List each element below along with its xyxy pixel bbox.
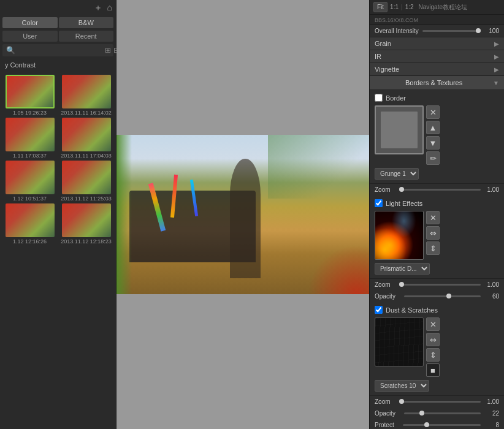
contrast-label: y Contrast <box>0 58 116 72</box>
thumbnail-grid: 1.05 19:26:23 2013.11.11 16:14:02 1.11 1… <box>0 72 116 429</box>
border-down-btn[interactable]: ▼ <box>426 136 440 150</box>
border-zoom-slider[interactable] <box>399 189 481 191</box>
dust-arrows-btn[interactable]: ⇔ <box>426 333 440 346</box>
intensity-value: 100 <box>484 28 499 34</box>
light-arrows-btn[interactable]: ⇔ <box>426 226 440 240</box>
thumb-label-7: 1.12 12:16:26 <box>13 238 47 245</box>
border-dropdown-row: Grunge 1 <box>375 168 499 180</box>
scratches-dropdown[interactable]: Scratches 10 <box>375 380 429 392</box>
thumb-item-4[interactable]: 2013.11.11 17:04:03 <box>59 118 113 159</box>
thumb-image-4[interactable] <box>62 118 111 151</box>
ir-arrow-icon: ▶ <box>494 53 499 60</box>
vignette-section-btn[interactable]: Vignette ▶ <box>370 63 504 76</box>
thumb-item-6[interactable]: 2013.11.12 11:25:03 <box>59 161 113 202</box>
thumb-label-4: 2013.11.11 17:04:03 <box>61 153 112 159</box>
thumb-image-7[interactable] <box>6 203 55 237</box>
search-icon: 🔍 <box>6 46 15 55</box>
search-input[interactable] <box>18 47 102 54</box>
grid-view-icon[interactable]: ⊞ <box>105 46 111 55</box>
borders-textures-header[interactable]: Borders & Textures ▼ <box>370 76 504 90</box>
dust-close-btn[interactable]: ✕ <box>426 317 440 331</box>
intensity-row: Overall Intensity 100 <box>370 25 504 37</box>
thumb-image-6[interactable] <box>62 161 111 194</box>
dust-scratches-checkbox[interactable] <box>375 306 383 314</box>
home-icon[interactable]: ⌂ <box>107 2 112 13</box>
dust-scratches-label: Dust & Scratches <box>386 306 438 314</box>
protect-section: Protect 8 Protect Location ⊙ <box>370 419 504 429</box>
grain-arrow-icon: ▶ <box>494 40 499 47</box>
border-zoom-thumb[interactable] <box>399 187 404 192</box>
dust-opacity-row: Opacity 22 <box>370 408 504 419</box>
border-preview-inner <box>381 112 418 148</box>
dust-check-row: Dust & Scratches <box>375 306 499 314</box>
ir-section-btn[interactable]: IR ▶ <box>370 50 504 63</box>
color-bw-tabs: Color B&W <box>0 16 116 29</box>
vignette-arrow-icon: ▶ <box>494 66 499 73</box>
light-opacity-thumb[interactable] <box>446 294 451 298</box>
intensity-thumb[interactable] <box>476 28 481 33</box>
dust-zoom-thumb[interactable] <box>399 399 404 404</box>
thumb-item-2[interactable]: 2013.11.11 16:14:02 <box>59 75 113 116</box>
thumb-row-4: 1.12 12:16:26 2013.11.12 12:18:23 <box>2 203 113 245</box>
border-checkbox[interactable] <box>375 94 383 102</box>
light-effects-checkbox[interactable] <box>375 199 383 207</box>
dust-preview-box <box>375 317 424 366</box>
vignette-label: Vignette <box>375 66 399 73</box>
light-close-btn[interactable]: ✕ <box>426 211 440 224</box>
thumb-item-3[interactable]: 1.11 17:03:37 <box>2 118 57 159</box>
light-opacity-slider[interactable] <box>404 295 481 297</box>
dust-updown-btn[interactable]: ⇕ <box>426 348 440 362</box>
thumb-item-8[interactable]: 2013.11.12 12:18:23 <box>59 203 113 245</box>
thumb-image-2[interactable] <box>62 75 111 108</box>
thumb-item-7[interactable]: 1.12 12:16:26 <box>2 203 57 245</box>
border-zoom-value: 1.00 <box>484 186 499 193</box>
border-section: Border ✕ ▲ ▼ ✏ Grunge 1 <box>370 90 504 184</box>
dust-edit-btn[interactable]: ■ <box>426 363 440 377</box>
thumb-item-1[interactable]: 1.05 19:26:23 <box>2 75 57 116</box>
add-icon[interactable]: ＋ <box>94 2 102 13</box>
protect-slider[interactable] <box>403 424 481 426</box>
protect-thumb[interactable] <box>424 422 429 427</box>
intensity-slider[interactable] <box>422 30 481 32</box>
light-flare <box>375 211 423 259</box>
dust-opacity-thumb[interactable] <box>419 411 424 416</box>
border-action-buttons: ✕ ▲ ▼ ✏ <box>426 105 440 165</box>
dust-preview-area: ✕ ⇔ ⇕ ■ <box>375 317 499 377</box>
right-top-bar: Fit 1:1 | 1:2 Navigate教程论坛 <box>370 0 504 15</box>
thumb-image-8[interactable] <box>62 203 111 237</box>
thumb-image-3[interactable] <box>6 118 55 151</box>
watermark: BBS.16XX8.COM <box>375 17 418 23</box>
light-zoom-thumb[interactable] <box>399 282 404 287</box>
grain-section-btn[interactable]: Grain ▶ <box>370 37 504 50</box>
light-zoom-label: Zoom <box>375 281 391 288</box>
zoom-1-2[interactable]: 1:2 <box>405 4 414 10</box>
dust-opacity-value: 22 <box>484 410 499 417</box>
border-edit-btn[interactable]: ✏ <box>426 151 440 165</box>
light-zoom-slider[interactable] <box>399 284 481 286</box>
thumb-row-1: 1.05 19:26:23 2013.11.11 16:14:02 <box>2 75 113 116</box>
dust-zoom-slider[interactable] <box>399 401 481 403</box>
light-effects-label: Light Effects <box>386 200 422 207</box>
border-up-btn[interactable]: ▲ <box>426 121 440 134</box>
thumb-label-1: 1.05 19:26:23 <box>13 110 47 116</box>
thumb-item-5[interactable]: 1.12 10:51:37 <box>2 161 57 202</box>
border-close-btn[interactable]: ✕ <box>426 105 440 119</box>
border-dropdown[interactable]: Grunge 1 <box>375 168 419 180</box>
light-opacity-value: 60 <box>484 293 499 300</box>
tab-color[interactable]: Color <box>2 17 58 28</box>
thumb-image-1[interactable] <box>6 75 55 108</box>
prismatic-dropdown[interactable]: Prismatic D... <box>375 263 430 275</box>
light-opacity-label: Opacity <box>375 293 395 300</box>
ir-label: IR <box>375 53 381 60</box>
light-preview-box <box>375 211 424 260</box>
left-panel: ＋ ⌂ Color B&W User Recent 🔍 ⊞ ⊟ y Contra… <box>0 0 116 429</box>
zoom-1-1[interactable]: 1:1 <box>390 4 399 10</box>
tab-recent[interactable]: Recent <box>59 31 114 42</box>
dust-opacity-slider[interactable] <box>404 412 481 414</box>
light-updown-btn[interactable]: ⇕ <box>426 241 440 255</box>
fit-button[interactable]: Fit <box>373 2 388 12</box>
thumb-image-5[interactable] <box>6 161 55 194</box>
tab-user[interactable]: User <box>2 31 58 42</box>
tab-bw[interactable]: B&W <box>59 17 114 28</box>
dust-zoom-label: Zoom <box>375 398 391 405</box>
